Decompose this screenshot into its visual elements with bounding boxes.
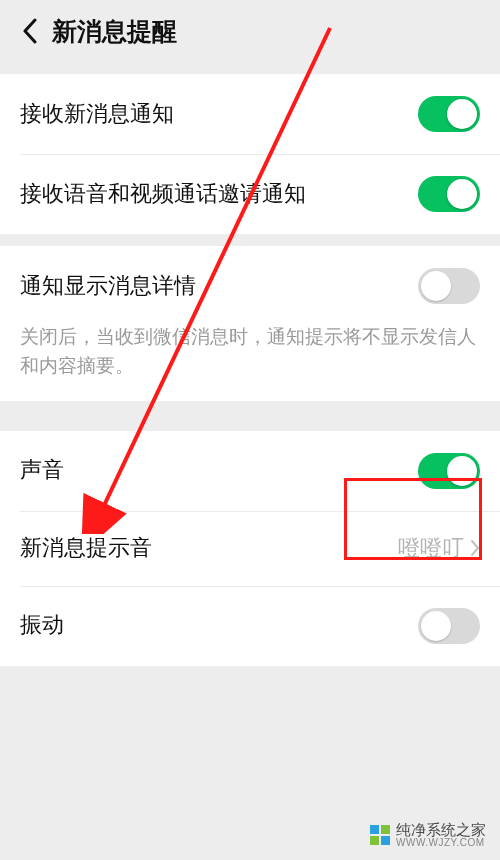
row-sound[interactable]: 声音: [0, 431, 500, 511]
row-label: 接收新消息通知: [20, 99, 418, 130]
toggle-receive-new-message[interactable]: [418, 96, 480, 132]
row-new-message-tone[interactable]: 新消息提示音 噔噔叮: [0, 511, 500, 586]
page-title: 新消息提醒: [52, 15, 177, 48]
chevron-right-icon: [470, 539, 480, 557]
watermark: 纯净系统之家 WWW.WJZY.COM: [370, 822, 486, 848]
row-label: 通知显示消息详情: [20, 271, 418, 302]
row-value: 噔噔叮: [398, 533, 464, 563]
toggle-vibrate[interactable]: [418, 608, 480, 644]
row-receive-call-invite[interactable]: 接收语音和视频通话邀请通知: [0, 154, 500, 234]
group-message-detail: 通知显示消息详情 关闭后，当收到微信消息时，通知提示将不显示发信人和内容摘要。: [0, 246, 500, 401]
row-vibrate[interactable]: 振动: [0, 586, 500, 666]
row-label: 声音: [20, 455, 418, 486]
row-label: 接收语音和视频通话邀请通知: [20, 179, 418, 210]
watermark-sub: WWW.WJZY.COM: [396, 838, 486, 849]
row-label: 新消息提示音: [20, 533, 398, 564]
group-sound: 声音 新消息提示音 噔噔叮 振动: [0, 431, 500, 666]
chevron-left-icon: [22, 18, 38, 44]
toggle-receive-call-invite[interactable]: [418, 176, 480, 212]
back-button[interactable]: [10, 11, 50, 51]
toggle-sound[interactable]: [418, 453, 480, 489]
row-receive-new-message[interactable]: 接收新消息通知: [0, 74, 500, 154]
group-notifications: 接收新消息通知 接收语音和视频通话邀请通知: [0, 74, 500, 234]
watermark-title: 纯净系统之家: [396, 822, 486, 838]
row-show-message-detail[interactable]: 通知显示消息详情: [0, 246, 500, 318]
row-label: 振动: [20, 610, 418, 641]
toggle-show-message-detail[interactable]: [418, 268, 480, 304]
watermark-logo-icon: [370, 825, 390, 845]
group-description: 关闭后，当收到微信消息时，通知提示将不显示发信人和内容摘要。: [0, 318, 500, 401]
